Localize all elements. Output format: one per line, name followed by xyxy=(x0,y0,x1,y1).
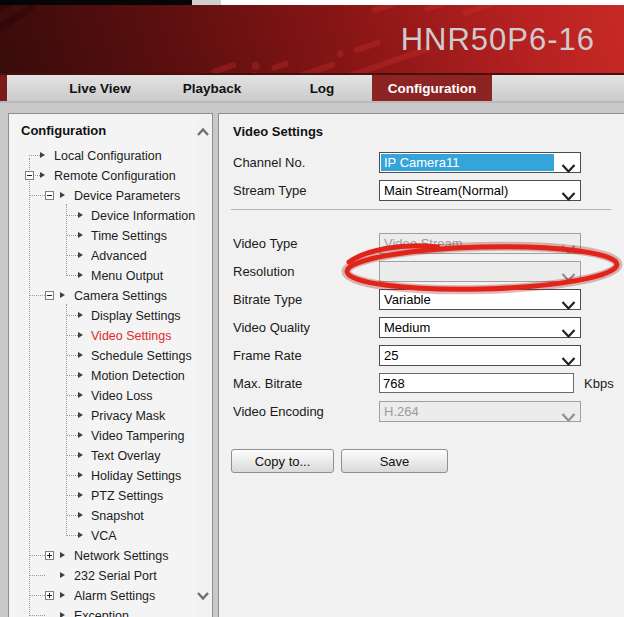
tree-arrow-icon xyxy=(78,452,83,458)
max-bitrate-label: Max. Bitrate xyxy=(233,376,302,391)
tree-branch-line xyxy=(66,535,78,536)
select-value: Main Stream(Normal) xyxy=(380,182,508,199)
tree-item-exception[interactable]: Exception xyxy=(9,606,195,617)
bitrate-type-label: Bitrate Type xyxy=(233,292,302,307)
tree-item-label: 232 Serial Port xyxy=(74,569,157,583)
tree-item-label: Menu Output xyxy=(91,269,163,283)
tab-live-view[interactable]: Live View xyxy=(56,75,144,101)
tab-playback[interactable]: Playback xyxy=(168,75,256,101)
tree-arrow-icon xyxy=(60,572,65,578)
page-title: Video Settings xyxy=(233,124,323,139)
tree-arrow-icon xyxy=(78,532,83,538)
tree-branch-line xyxy=(66,455,78,456)
tree-item-time-settings[interactable]: Time Settings xyxy=(9,226,195,246)
tree-branch-line xyxy=(66,235,78,236)
brand-banner: HNR50P6-16 xyxy=(0,5,624,73)
tree-item-label: Video Tampering xyxy=(91,429,184,443)
frame-rate-select[interactable]: 25 xyxy=(379,345,581,366)
max-bitrate-input[interactable] xyxy=(379,373,574,393)
tree-branch-line xyxy=(66,375,78,376)
tree-arrow-icon xyxy=(60,592,65,598)
save-button[interactable]: Save xyxy=(341,449,448,473)
select-value: 25 xyxy=(380,347,398,364)
tree-item-remote-configuration[interactable]: Remote Configuration xyxy=(9,166,195,186)
tree-arrow-icon xyxy=(78,472,83,478)
tree-item-video-loss[interactable]: Video Loss xyxy=(9,386,195,406)
tree-item-text-overlay[interactable]: Text Overlay xyxy=(9,446,195,466)
tab-log[interactable]: Log xyxy=(278,75,366,101)
tree-item-label: Holiday Settings xyxy=(91,469,181,483)
tree-item-network-settings[interactable]: Network Settings xyxy=(9,546,195,566)
collapse-box-icon[interactable] xyxy=(45,191,54,200)
nav-left-accent xyxy=(0,75,7,101)
tree-item-label: Remote Configuration xyxy=(54,169,176,183)
scroll-up-icon[interactable] xyxy=(196,125,210,141)
tree-item-label: PTZ Settings xyxy=(91,489,163,503)
frame-rate-label: Frame Rate xyxy=(233,348,302,363)
select-value: Video Stream xyxy=(380,235,463,252)
tree-arrow-icon xyxy=(78,252,83,258)
tree-item-alarm-settings[interactable]: Alarm Settings xyxy=(9,586,195,606)
video-settings-panel: Video Settings Channel No.IP Camera11Str… xyxy=(218,113,624,617)
tree-item-vca[interactable]: VCA xyxy=(9,526,195,546)
tree-item-display-settings[interactable]: Display Settings xyxy=(9,306,195,326)
tree-item-label: Device Information xyxy=(91,209,195,223)
tree-item-label: Privacy Mask xyxy=(91,409,165,423)
tree-branch-line xyxy=(29,615,45,616)
collapse-box-icon[interactable] xyxy=(25,171,34,180)
chevron-down-icon xyxy=(561,268,576,286)
video-quality-select[interactable]: Medium xyxy=(379,317,581,338)
video-type-select[interactable]: Video Stream xyxy=(379,233,581,254)
tree-arrow-icon xyxy=(40,172,45,178)
scroll-down-icon[interactable] xyxy=(196,587,210,603)
tree-root-label: Configuration xyxy=(21,123,106,138)
tree-item-video-settings[interactable]: Video Settings xyxy=(9,326,195,346)
tree-branch-line xyxy=(29,595,45,596)
tree-arrow-icon xyxy=(78,412,83,418)
tree-item-snapshot[interactable]: Snapshot xyxy=(9,506,195,526)
tree-item-holiday-settings[interactable]: Holiday Settings xyxy=(9,466,195,486)
tree-item-label: VCA xyxy=(91,529,117,543)
tree-item-label: Device Parameters xyxy=(74,189,180,203)
stream-type-label: Stream Type xyxy=(233,183,306,198)
tree-item-label: Alarm Settings xyxy=(74,589,155,603)
tree-item-local-configuration[interactable]: Local Configuration xyxy=(9,146,195,166)
video-type-label: Video Type xyxy=(233,236,298,251)
tree-item-label: Exception xyxy=(74,609,129,617)
tree-item-schedule-settings[interactable]: Schedule Settings xyxy=(9,346,195,366)
sidebar-scrollbar[interactable] xyxy=(195,115,211,617)
tab-configuration[interactable]: Configuration xyxy=(372,75,492,101)
collapse-box-icon[interactable] xyxy=(45,291,54,300)
resolution-select[interactable] xyxy=(379,261,581,282)
tree-item-video-tampering[interactable]: Video Tampering xyxy=(9,426,195,446)
stream-type-select[interactable]: Main Stream(Normal) xyxy=(379,180,581,201)
expand-box-icon[interactable] xyxy=(45,591,54,600)
tree-item-label: Video Loss xyxy=(91,389,153,403)
tree-item-advanced[interactable]: Advanced xyxy=(9,246,195,266)
tree-item-232-serial-port[interactable]: 232 Serial Port xyxy=(9,566,195,586)
tree-item-ptz-settings[interactable]: PTZ Settings xyxy=(9,486,195,506)
video-quality-label: Video Quality xyxy=(233,320,310,335)
copy-to-button[interactable]: Copy to... xyxy=(231,449,334,473)
chevron-down-icon xyxy=(561,159,576,177)
tree-item-label: Camera Settings xyxy=(74,289,167,303)
section-divider xyxy=(231,209,611,210)
tree-arrow-icon xyxy=(78,492,83,498)
tree-arrow-icon xyxy=(60,612,65,617)
tree-item-privacy-mask[interactable]: Privacy Mask xyxy=(9,406,195,426)
video-encoding-select[interactable]: H.264 xyxy=(379,401,581,422)
tree-branch-line xyxy=(29,195,45,196)
tree-item-device-information[interactable]: Device Information xyxy=(9,206,195,226)
tree-branch-line xyxy=(66,255,78,256)
select-value: Medium xyxy=(380,319,430,336)
tree-item-label: Time Settings xyxy=(91,229,167,243)
tree-item-menu-output[interactable]: Menu Output xyxy=(9,266,195,286)
bitrate-type-select[interactable]: Variable xyxy=(379,289,581,310)
channel-no-select[interactable]: IP Camera11 xyxy=(379,152,581,173)
expand-box-icon[interactable] xyxy=(45,551,54,560)
tree-branch-line xyxy=(66,215,78,216)
select-value: Variable xyxy=(380,291,431,308)
tree-item-camera-settings[interactable]: Camera Settings xyxy=(9,286,195,306)
tree-item-device-parameters[interactable]: Device Parameters xyxy=(9,186,195,206)
tree-item-motion-detection[interactable]: Motion Detection xyxy=(9,366,195,386)
